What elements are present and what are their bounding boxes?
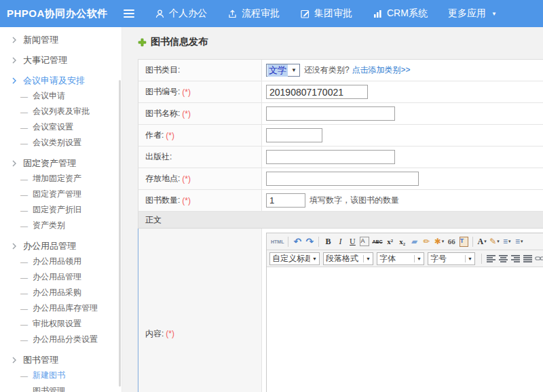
add-category-link[interactable]: 点击添加类别>> [352,64,411,76]
sidebar-item-label: 图书管理 [33,385,65,392]
author-input[interactable] [266,128,322,142]
font-family-select[interactable]: 字体▼ [377,252,424,265]
chevron-right-icon [12,77,17,84]
clean-format-icon[interactable]: ✏ [422,235,432,248]
sidebar-item-meeting-room-settings[interactable]: —会议室设置 [0,119,121,135]
sidebar-group-label: 新闻管理 [23,34,58,46]
nav-item-group-approval[interactable]: 集团审批 [300,7,352,20]
glyph: ↶ [294,236,302,247]
nav-item-workflow-approval[interactable]: 流程审批 [227,7,280,20]
sidebar-item-meeting-category-settings[interactable]: —会议类别设置 [0,135,121,151]
nav-item-personal-office[interactable]: 个人办公 [155,7,207,20]
chevron-right-icon [12,243,17,250]
form-row-book-name: 图书名称: (*) [138,103,543,125]
location-input[interactable] [266,172,419,186]
sidebar-item-supplies-receive[interactable]: —办公用品领用 [0,254,121,269]
strikethrough-button[interactable]: ABC [371,235,383,248]
sidebar-item-meeting-list-approval[interactable]: —会议列表及审批 [0,104,121,119]
unordered-list-button[interactable]: ≡▾ [514,235,525,248]
book-no-input[interactable] [266,85,368,99]
caret-down-icon: ▼ [491,11,497,17]
sidebar-group-news-management[interactable]: 新闻管理 [0,32,121,47]
sidebar-group-memorabilia-management[interactable]: 大事记管理 [0,52,121,68]
sidebar-group-fixed-assets-management[interactable]: 固定资产管理 [0,155,121,171]
sidebar-item-asset-category[interactable]: —资产类别 [0,218,121,233]
dash-icon: — [20,123,28,132]
source-code-button[interactable]: HTML [270,235,284,248]
nav-item-crm-system[interactable]: CRM系统 [373,7,428,20]
eraser-icon[interactable]: ▰ [409,235,420,248]
sidebar-item-add-fixed-asset[interactable]: —增加固定资产 [0,171,121,187]
edit-icon [300,9,310,19]
font-size-select[interactable]: 字号▼ [428,252,475,265]
sidebar-item-approval-permission-settings[interactable]: —审批权限设置 [0,316,121,332]
nav-item-more-apps[interactable]: 更多应用▼ [448,7,497,20]
select-label: 段落格式 [324,253,360,264]
chevron-right-icon [12,160,17,167]
publisher-input[interactable] [266,150,395,164]
editor-toolbar-row2: 自定义标题▼段落格式▼字体▼字号▼ [267,250,543,267]
sidebar-item-supplies-management[interactable]: —办公用品管理 [0,269,121,285]
add-icon [138,38,147,47]
field-label: 图书数量: [145,195,180,206]
custom-title-select[interactable]: 自定义标题▼ [269,252,320,265]
paragraph-format-select[interactable]: 段落格式▼ [323,252,373,265]
sidebar-group-meeting-request[interactable]: 会议申请及安排 [0,73,121,88]
dash-icon: — [20,387,28,392]
menu-toggle-icon[interactable] [124,9,134,18]
glyph: ✏ [424,237,430,246]
book-name-input[interactable] [266,106,395,121]
blockquote-button[interactable]: 66 [446,235,457,248]
chevron-right-icon [12,357,17,364]
select-label: 字号 [428,253,449,264]
sidebar-item-fixed-asset-depreciation[interactable]: —固定资产折旧 [0,202,121,218]
glyph: x₂ [399,237,405,246]
sidebar-item-book-management-list[interactable]: —图书管理 [0,383,121,392]
paste-text-button[interactable]: T [458,235,469,248]
underline-button[interactable]: U [347,235,358,248]
dash-icon: — [20,222,28,230]
editor-content-area[interactable] [267,267,543,392]
quantity-input[interactable] [266,193,305,208]
nav-item-label: 流程审批 [242,7,280,20]
sidebar-scrollbar[interactable] [119,80,121,387]
format-painter-icon[interactable]: ✱▾ [434,235,445,248]
undo-icon[interactable]: ↶ [292,235,303,248]
app-window: PHPOA协同办公软件 个人办公流程审批集团审批CRM系统更多应用▼ 新闻管理大… [0,0,543,392]
sidebar-group-book-management[interactable]: 图书管理 [0,352,121,368]
align-right-button[interactable] [510,252,521,265]
field-label: 出版社: [145,151,172,163]
sidebar-item-supplies-category-settings[interactable]: —办公用品分类设置 [0,332,121,347]
book-category-select[interactable]: 文学 ▼ [266,64,300,77]
sidebar-item-supplies-purchase[interactable]: —办公用品采购 [0,285,121,300]
sidebar-item-label: 新建图书 [33,370,65,381]
nav-item-label: CRM系统 [387,7,428,20]
toolbar-separator [472,237,473,247]
rich-text-editor: HTML↶↷BIUAABCx²x₂▰✏✱▾66TA▾✎▾≡▾≡▾ 自定义标题▼段… [266,233,543,392]
font-color-button[interactable]: A▾ [476,235,487,248]
align-center-button[interactable] [498,252,508,265]
autotypeset-button[interactable]: A [359,235,370,248]
required-marker: (*) [182,87,191,97]
sidebar-group-office-supplies-management[interactable]: 办公用品管理 [0,238,121,254]
glyph: x² [387,237,393,246]
link-button[interactable] [534,252,543,265]
required-marker: (*) [166,329,174,338]
select-label: 字体 [377,253,398,264]
sidebar-item-supplies-inventory[interactable]: —办公用品库存管理 [0,300,121,316]
subscript-button[interactable]: x₂ [397,235,408,248]
sidebar-item-fixed-asset-management[interactable]: —固定资产管理 [0,187,121,202]
redo-icon[interactable]: ↷ [304,235,315,248]
bold-button[interactable]: B [322,235,333,248]
sidebar-item-new-book[interactable]: —新建图书 [0,368,121,383]
ordered-list-button[interactable]: ≡▾ [502,235,512,248]
italic-button[interactable]: I [335,235,345,248]
glyph: T [460,237,468,247]
person-icon [155,9,165,19]
highlight-pen-icon[interactable]: ✎▾ [489,235,500,248]
form-row-author: 作者: (*) [138,125,543,146]
superscript-button[interactable]: x² [385,235,396,248]
align-left-button[interactable] [485,252,496,265]
sidebar-item-meeting-apply[interactable]: —会议申请 [0,88,121,104]
align-justify-button[interactable] [522,252,533,265]
